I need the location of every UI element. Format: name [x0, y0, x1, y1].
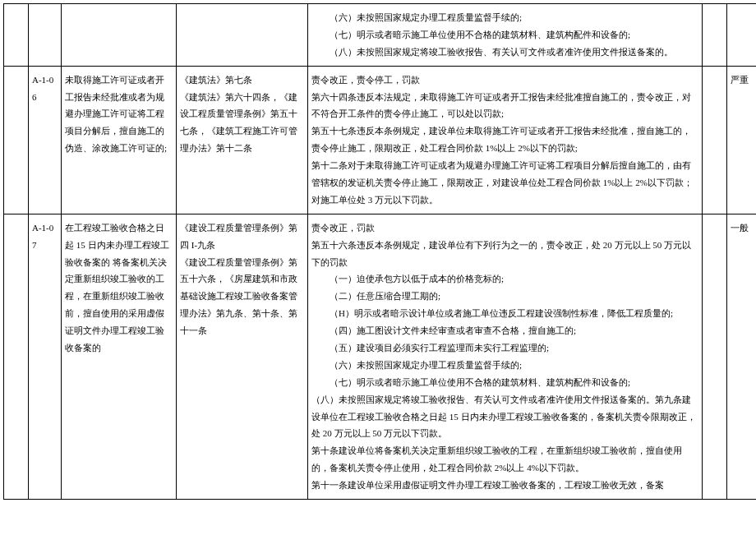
penalty-line: （八）未按照国家规定将竣工验收报告、有关认可文件或者准许使用文件报送备案的。第九…	[311, 391, 698, 443]
regulation-table: （六）未按照国家规定办理工程质量监督手续的; （七）明示或者暗示施工单位使用不合…	[3, 3, 756, 500]
cell-penalty: 责令改正，罚款 第五十六条违反本条例规定，建设单位有下列行为之一的，责令改正，处…	[308, 214, 703, 499]
penalty-line: （六）未按照国家规定办理工程质量监督手续的;	[311, 9, 698, 26]
cell-penalty: （六）未按照国家规定办理工程质量监督手续的; （七）明示或者暗示施工单位使用不合…	[308, 4, 703, 67]
table-row: A-1-06 未取得施工许可证或者开工报告未经批准或者为规避办理施工许可证将工程…	[4, 66, 757, 214]
cell-violation: 在工程竣工验收合格之日起 15 日内未办理工程竣工验收备案的 将备案机关决定重新…	[62, 214, 177, 499]
penalty-line: （五）建设项目必须实行工程监理而未实行工程监理的;	[311, 339, 698, 357]
cell-severity	[727, 4, 757, 67]
penalty-line: （八）未按照国家规定将竣工验收报告、有关认可文件或者准许使用文件报送备案的。	[311, 44, 698, 61]
cell-blank	[703, 214, 727, 499]
penalty-line: 第六十四条违反本法规定，未取得施工许可证或者开工报告未经批准擅自施工的，责令改正…	[311, 89, 698, 123]
cell-blank	[4, 4, 29, 67]
penalty-line: （六）未按照国家规定办理工程质量监督手续的;	[311, 357, 698, 374]
cell-violation: 未取得施工许可证或者开工报告未经批准或者为规避办理施工许可证将工程项目分解后，擅…	[62, 66, 177, 214]
cell-basis: 《建筑法》第七条 《建筑法》第六十四条，《建设工程质量管理条例》第五十七条，《建…	[177, 66, 308, 214]
penalty-line: 第十条建设单位将备案机关决定重新组织竣工验收的工程，在重新组织竣工验收前，擅自使…	[311, 442, 698, 477]
penalty-line: 责令改正，罚款	[311, 219, 698, 237]
penalty-line: 第十二条对于未取得施工许可证或者为规避办理施工许可证将工程项目分解后擅自施工的，…	[311, 157, 698, 209]
table-row: （六）未按照国家规定办理工程质量监督手续的; （七）明示或者暗示施工单位使用不合…	[4, 4, 757, 67]
cell-severity: 严重	[727, 66, 757, 214]
cell-basis	[177, 4, 308, 67]
cell-id	[29, 4, 62, 67]
penalty-line: 责令改正，责令停工，罚款	[311, 71, 698, 89]
penalty-line: （七）明示或者暗示施工单位使用不合格的建筑材料、建筑构配件和设备的;	[311, 374, 698, 391]
cell-blank	[703, 4, 727, 67]
penalty-line: 第五十六条违反本条例规定，建设单位有下列行为之一的，责令改正，处 20 万元以上…	[311, 237, 698, 271]
penalty-line: （二）任意压缩合理工期的;	[311, 288, 698, 305]
penalty-line: （H）明示或者暗示设计单位或者施工单位违反工程建设强制性标准，降低工程质量的;	[311, 305, 698, 322]
penalty-line: 第十一条建设单位采用虚假证明文件办理工程竣工验收备案的，工程竣工验收无效，备案	[311, 477, 698, 494]
cell-blank	[4, 66, 29, 214]
cell-id: A-1-07	[29, 214, 62, 499]
penalty-line: （一）迫使承包方以低于成本的价格竞标的;	[311, 270, 698, 288]
cell-basis: 《建设工程质量管理条例》第四 I-九条 《建设工程质量管理条例》第五十六条，《房…	[177, 214, 308, 499]
penalty-line: （四）施工图设计文件未经审查或者审查不合格，擅自施工的;	[311, 322, 698, 339]
table-row: A-1-07 在工程竣工验收合格之日起 15 日内未办理工程竣工验收备案的 将备…	[4, 214, 757, 499]
cell-blank	[4, 214, 29, 499]
cell-severity: 一般	[727, 214, 757, 499]
penalty-line: 第五十七条违反本条例规定，建设单位未取得施工许可证或者开工报告未经批准，擅自施工…	[311, 122, 698, 157]
penalty-line: （七）明示或者暗示施工单位使用不合格的建筑材料、建筑构配件和设备的;	[311, 26, 698, 44]
cell-blank	[703, 66, 727, 214]
cell-id: A-1-06	[29, 66, 62, 214]
cell-penalty: 责令改正，责令停工，罚款 第六十四条违反本法规定，未取得施工许可证或者开工报告未…	[308, 66, 703, 214]
cell-violation	[62, 4, 177, 67]
